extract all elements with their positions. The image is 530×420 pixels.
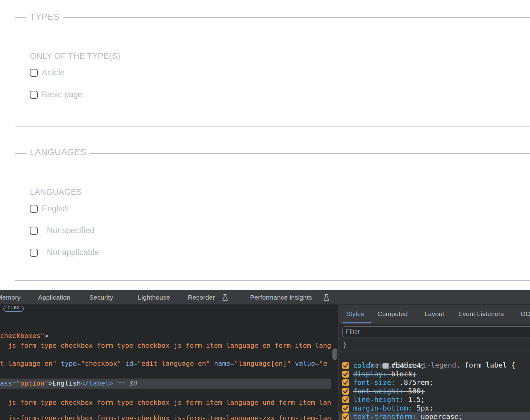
languages-section-label: LANGUAGES <box>30 187 82 197</box>
flask-icon <box>323 294 330 301</box>
css-property-value: block; <box>391 370 417 378</box>
code-segment: "edit-language-en" <box>137 360 210 367</box>
css-property-value: 1.5; <box>408 396 425 404</box>
code-segment: == <box>113 379 129 387</box>
css-declaration-color: color: #b4bcc4; <box>339 361 530 370</box>
css-property-value: #b4bcc4; <box>391 361 425 369</box>
elements-scrollbar-thumb[interactable] <box>332 348 337 360</box>
css-property-value: .875rem; <box>399 379 433 386</box>
css-property-name: line-height: <box>353 396 404 404</box>
code-segment: $0 <box>129 379 138 387</box>
devtools-tab-performance-insights[interactable]: Performance insights <box>250 290 312 305</box>
code-segment: > <box>48 379 52 387</box>
declaration-text[interactable]: display: block; <box>353 370 417 378</box>
devtools-tab-recorder[interactable]: Recorder <box>188 290 215 305</box>
flask-icon <box>222 294 228 301</box>
separator <box>339 351 530 351</box>
basic-page-checkbox[interactable] <box>30 91 38 99</box>
code-segment: "language[en]" <box>234 360 291 367</box>
declaration-text[interactable]: color: #b4bcc4; <box>353 361 425 370</box>
code-segment: js-form-type-checkbox form-type-checkbox… <box>4 342 331 349</box>
css-property-value: 500; <box>408 387 425 395</box>
styles-filter-placeholder: Filter <box>346 328 530 335</box>
declaration-enabled-checkbox[interactable] <box>342 379 349 386</box>
sidebar-tab-styles[interactable]: Styles <box>346 305 364 324</box>
dom-tree-node[interactable]: js-form-type-checkbox form-type-checkbox… <box>4 414 331 420</box>
sidebar-tab-row: StylesComputedLayoutEvent ListenersDOM B… <box>339 305 530 324</box>
not-specified-checkbox[interactable] <box>30 227 38 235</box>
css-property-name: color: <box>353 361 378 369</box>
css-property-name: margin-bottom: <box>353 404 412 412</box>
css-property-name: font-size: <box>353 379 395 386</box>
code-segment: checkboxes" <box>0 332 45 340</box>
css-property-name: font-weight: <box>353 387 404 395</box>
dom-tree-node[interactable]: js-form-type-checkbox form-type-checkbox… <box>4 398 331 407</box>
declaration-enabled-checkbox[interactable] <box>342 396 349 403</box>
declaration-enabled-checkbox[interactable] <box>342 405 349 412</box>
code-segment: value= <box>291 360 319 367</box>
css-property-value: uppercase; <box>421 413 463 420</box>
dom-tree-node-selected[interactable]: ass="option">English</label> == $0 <box>0 379 137 388</box>
sidebar-tab-event-listeners[interactable]: Event Listeners <box>458 305 504 324</box>
sidebar-tab-computed[interactable]: Computed <box>378 305 408 324</box>
devtools-tab-lighthouse[interactable]: Lighthouse <box>138 290 170 305</box>
code-segment: js-form-type-checkbox form-type-checkbox… <box>4 414 331 420</box>
dom-tree: checkboxes"> js-form-type-checkbox form-… <box>0 305 331 420</box>
rule-closing-brace: } <box>343 340 347 349</box>
css-declaration-margin-bottom: margin-bottom: 5px; <box>339 404 530 412</box>
declaration-text[interactable]: font-size: .875rem; <box>353 378 433 387</box>
fieldset-languages-legend: LANGUAGES <box>26 147 90 157</box>
css-declaration-font-size: font-size: .875rem; <box>339 378 530 387</box>
css-property-name: display: <box>353 370 387 378</box>
css-declaration-text-transform: text-transform: uppercase; <box>339 412 530 420</box>
declaration-enabled-checkbox[interactable] <box>342 413 349 420</box>
dom-tree-node[interactable]: checkboxes"> <box>0 332 48 340</box>
devtools-tab-application[interactable]: Application <box>38 290 70 305</box>
dom-tree-node[interactable]: js-form-type-checkbox form-type-checkbox… <box>4 341 331 350</box>
not-applicable-checkbox[interactable] <box>30 249 38 257</box>
code-segment: id= <box>121 360 137 367</box>
css-declaration-display: display: block; <box>339 370 530 378</box>
code-segment: "checkbox" <box>81 360 121 367</box>
devtools-tab-bar: MemoryApplicationSecurityLighthouseRecor… <box>0 290 530 305</box>
css-declaration-font-weight: font-weight: 500; <box>339 387 530 395</box>
web-page: TYPES ONLY OF THE TYPE(S) Article Basic … <box>0 0 530 290</box>
code-segment: "e <box>319 360 327 367</box>
code-segment: t-language-en" <box>0 360 56 367</box>
code-segment: </label> <box>81 379 113 387</box>
types-section-label: ONLY OF THE TYPE(S) <box>30 52 120 61</box>
fieldset-types <box>15 17 530 126</box>
sidebar-tab-dom-breakpoints[interactable]: DOM Breakpoints <box>521 305 530 324</box>
declaration-text[interactable]: line-height: 1.5; <box>353 395 425 404</box>
code-segment: > <box>45 332 48 340</box>
declaration-enabled-checkbox[interactable] <box>342 371 349 378</box>
declaration-text[interactable]: margin-bottom: 5px; <box>353 404 433 412</box>
css-property-name: text-transform: <box>353 413 417 420</box>
english-label[interactable]: English <box>42 204 69 213</box>
styles-filter-input[interactable]: Filter <box>342 326 530 337</box>
basic-page-label[interactable]: Basic page <box>42 90 83 99</box>
sidebar-tab-layout[interactable]: Layout <box>424 305 444 324</box>
article-label[interactable]: Article <box>42 68 65 77</box>
code-segment: "option" <box>16 379 48 387</box>
not-applicable-label[interactable]: - Not applicable - <box>42 248 104 257</box>
declaration-enabled-checkbox[interactable] <box>342 388 349 395</box>
color-swatch[interactable] <box>383 363 389 369</box>
english-checkbox[interactable] <box>30 205 38 213</box>
separator <box>339 339 530 339</box>
dom-tree-node[interactable]: t-language-en" type="checkbox" id="edit-… <box>0 359 327 368</box>
declaration-text[interactable]: text-transform: uppercase; <box>353 412 463 420</box>
article-checkbox[interactable] <box>30 69 38 77</box>
declaration-text[interactable]: font-weight: 500; <box>353 387 425 395</box>
code-segment: type= <box>56 360 81 367</box>
devtools-tab-security[interactable]: Security <box>89 290 113 305</box>
css-declaration-line-height: line-height: 1.5; <box>339 395 530 404</box>
code-segment: English <box>52 379 81 387</box>
code-segment: name= <box>210 360 234 367</box>
code-segment: ass= <box>0 379 16 387</box>
not-specified-label[interactable]: - Not specified - <box>42 226 99 235</box>
declaration-enabled-checkbox[interactable] <box>342 362 349 369</box>
elements-panel: Flex checkboxes"> js-form-type-checkbox … <box>0 305 338 420</box>
devtools-tab-memory[interactable]: Memory <box>0 290 21 305</box>
css-property-value: 5px; <box>417 404 433 412</box>
